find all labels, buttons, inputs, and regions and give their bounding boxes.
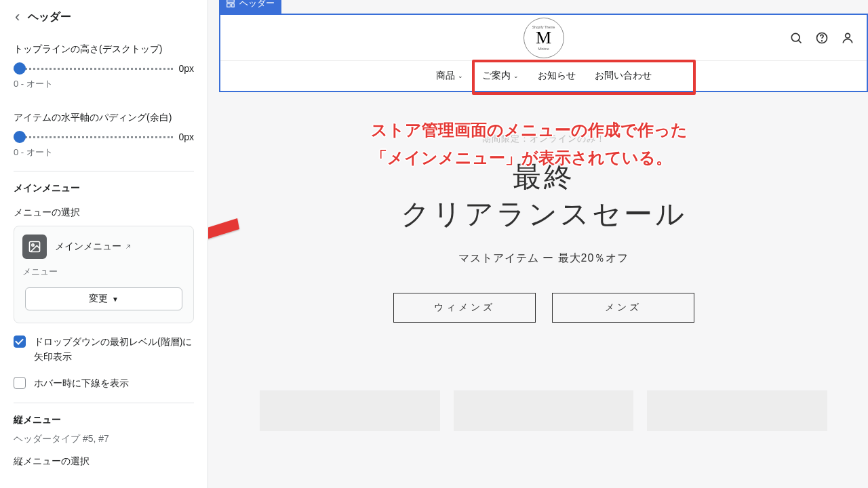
header-icon-group <box>789 31 854 45</box>
svg-point-8 <box>846 33 850 38</box>
chevron-down-icon: ⌄ <box>458 73 463 79</box>
site-top-bar: Shopify Theme M Minimo <box>220 15 867 61</box>
preview-frame: ヘッダー Shopify Theme M Minimo 商品⌄ ご案内⌄ お知ら… <box>219 14 868 431</box>
setting-topline-height: トップラインの高さ(デスクトップ) 0px 0 - オート <box>0 34 208 102</box>
hero-button-mens[interactable]: メンズ <box>552 293 694 323</box>
nav-item-products[interactable]: 商品⌄ <box>436 70 463 82</box>
search-icon[interactable] <box>789 31 803 45</box>
menu-picker-card[interactable]: メインメニュー メニュー 変更 ▼ <box>14 226 194 323</box>
menu-thumb-icon <box>22 235 47 259</box>
caret-down-icon: ▼ <box>112 296 119 303</box>
section-sub-vertical-menu: ヘッダータイプ #5, #7 <box>0 432 208 446</box>
slider-value: 0px <box>178 63 194 74</box>
back-icon[interactable]: ‹ <box>15 9 20 24</box>
section-heading-main-menu: メインメニュー <box>0 171 208 200</box>
checkbox-row-dropdown-arrow[interactable]: ドロップダウンの最初レベル(階層)に矢印表示 <box>0 323 208 365</box>
help-icon[interactable] <box>815 31 829 45</box>
sidebar-header: ‹ ヘッダー <box>0 0 208 34</box>
slider-range-label: 0 - オート <box>14 78 194 90</box>
main-nav: 商品⌄ ご案内⌄ お知らせ お問い合わせ <box>220 61 867 91</box>
svg-rect-4 <box>232 4 235 7</box>
checkbox-label: ドロップダウンの最初レベル(階層)に矢印表示 <box>34 334 194 365</box>
checkbox[interactable] <box>14 336 26 348</box>
section-heading-vertical-menu: 縦メニュー <box>0 403 208 432</box>
hero-sub: マストアイテム ー 最大20％オフ <box>219 251 868 266</box>
svg-point-1 <box>32 244 34 246</box>
setting-horizontal-padding: アイテムの水平軸のパディング(余白) 0px 0 - オート <box>0 102 208 171</box>
slider-knob[interactable] <box>14 62 26 75</box>
svg-point-7 <box>822 40 823 41</box>
feature-card[interactable] <box>647 390 827 431</box>
site-header-selected[interactable]: Shopify Theme M Minimo 商品⌄ ご案内⌄ お知らせ お問い… <box>219 14 868 92</box>
chevron-down-icon: ⌄ <box>513 73 519 79</box>
nav-item-contact[interactable]: お問い合わせ <box>595 70 652 82</box>
selected-menu-name: メインメニュー <box>55 241 132 253</box>
checkbox-row-hover-underline[interactable]: ホバー時に下線を表示 <box>0 365 208 403</box>
feature-card[interactable] <box>260 390 440 431</box>
checkbox-label: ホバー時に下線を表示 <box>34 375 129 390</box>
field-label-menu-select: メニューの選択 <box>0 200 208 226</box>
svg-rect-2 <box>227 0 235 2</box>
change-button[interactable]: 変更 ▼ <box>25 287 182 310</box>
external-link-icon <box>124 243 132 251</box>
account-icon[interactable] <box>841 31 854 45</box>
hero-button-womens[interactable]: ウィメンズ <box>393 293 536 323</box>
settings-sidebar: ‹ ヘッダー トップラインの高さ(デスクトップ) 0px 0 - オート アイテ… <box>0 0 208 488</box>
hero-section: 期間限定：オンラインのみ！ 最終クリアランスセール マストアイテム ー 最大20… <box>219 92 868 363</box>
selection-badge-text: ヘッダー <box>239 0 275 9</box>
sidebar-title: ヘッダー <box>28 10 71 24</box>
slider-track[interactable] <box>14 67 173 70</box>
feature-cards-row <box>219 363 868 431</box>
selection-badge[interactable]: ヘッダー <box>219 0 281 14</box>
svg-point-5 <box>791 33 800 41</box>
hero-title: 最終クリアランスセール <box>219 159 868 232</box>
nav-item-guide[interactable]: ご案内⌄ <box>482 70 519 82</box>
site-logo[interactable]: Shopify Theme M Minimo <box>524 18 564 58</box>
setting-label: アイテムの水平軸のパディング(余白) <box>14 102 194 125</box>
menu-type-label: メニュー <box>22 266 185 278</box>
setting-label: トップラインの高さ(デスクトップ) <box>14 34 194 56</box>
svg-rect-3 <box>227 4 231 7</box>
slider-knob[interactable] <box>14 131 26 143</box>
slider-range-label: 0 - オート <box>14 146 194 159</box>
field-label-vertical-menu-select: 縦メニューの選択 <box>0 446 208 474</box>
slider-value: 0px <box>178 131 194 142</box>
hero-eyebrow: 期間限定：オンラインのみ！ <box>219 133 868 145</box>
preview-pane: ヘッダー Shopify Theme M Minimo 商品⌄ ご案内⌄ お知ら… <box>208 0 868 488</box>
section-icon <box>226 0 235 8</box>
slider-track[interactable] <box>14 136 173 138</box>
nav-item-news[interactable]: お知らせ <box>538 70 576 82</box>
feature-card[interactable] <box>454 390 634 431</box>
checkbox[interactable] <box>14 377 26 389</box>
